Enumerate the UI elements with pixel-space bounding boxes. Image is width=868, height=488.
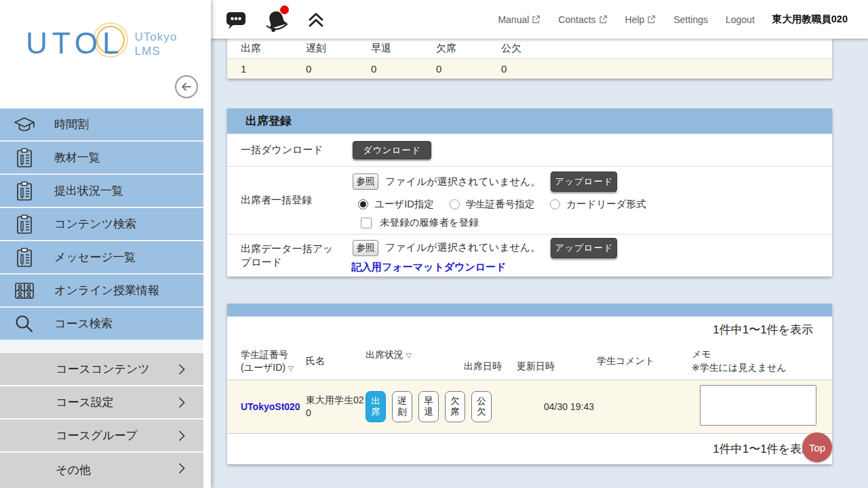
status-button-absent[interactable]: 欠席 [445,391,465,422]
column-header-memo: メモ ※学生には見えません [692,348,808,374]
sidebar: UTOL UTokyo LMS 時間割 [0,0,211,488]
sidebar-item-label: 提出状況一覧 [54,183,123,199]
graduation-cap-icon [11,115,38,135]
display-count-bottom: 1件中1〜1件を表示 [227,434,832,464]
messages-button[interactable] [226,10,246,29]
sidebar-collapse-button[interactable] [175,75,198,98]
column-header-student-id[interactable]: 学生証番号 (ユーザID) ▽ [241,348,306,374]
help-link[interactable]: Help [625,14,656,25]
upload-button[interactable]: アップロード [551,171,617,192]
current-user-name[interactable]: 東大用教職員020 [772,13,848,26]
sidebar-item-others[interactable]: その他 [0,453,203,488]
column-header-name: 氏名 [306,355,366,367]
upload-button[interactable]: アップロード [551,238,617,258]
sidebar-item-online-class-info[interactable]: オンライン授業情報 [0,274,203,308]
logout-link[interactable]: Logout [726,14,755,25]
settings-link[interactable]: Settings [673,14,708,25]
sidebar-item-label: 時間割 [54,117,89,132]
collapse-topbar-button[interactable] [307,11,325,28]
summary-header-row: 出席 遅刻 早退 欠席 公欠 [227,39,832,58]
attendee-bulk-register-row: 出席者一括登録 参照 ファイルが選択されていません。 アップロード ユーザID指… [227,166,832,234]
student-record-row: UTokyoSt020 東大用学生020 出席 遅刻 早退 欠席 公欠 04/3… [227,380,832,434]
sidebar-item-label: 教材一覧 [54,150,100,165]
sidebar-item-label: コンテンツ検索 [54,216,136,232]
summary-header: 早退 [371,39,436,58]
status-button-group: 出席 遅刻 早退 欠席 公欠 [366,391,494,422]
logo-subtitle: UTokyo LMS [135,30,178,59]
chat-bubble-icon [226,10,246,29]
radio-student-card-number[interactable] [450,199,460,209]
external-link-icon [647,15,656,24]
clipboard-icon [11,180,38,202]
download-button[interactable]: ダウンロード [353,141,431,159]
status-button-present[interactable]: 出席 [366,391,386,422]
external-link-icon [532,15,540,24]
sidebar-item-label: コース設定 [56,394,114,410]
sidebar-item-course-contents[interactable]: コースコンテンツ [0,353,203,386]
sidebar-item-label: コースグループ [56,428,138,443]
scroll-to-top-button[interactable]: Top [802,432,832,462]
contacts-link[interactable]: Contacts [558,14,607,25]
manual-link[interactable]: Manual [498,14,540,25]
status-button-late[interactable]: 遅刻 [392,391,412,422]
format-download-link[interactable]: 記入用フォーマットダウンロード [351,261,617,274]
online-class-grid-icon [11,281,38,301]
display-count-top: 1件中1〜1件を表示 [227,317,832,342]
summary-header: 遅刻 [306,39,371,58]
radio-user-id[interactable] [358,199,368,209]
main-content: 出席 遅刻 早退 欠席 公欠 1 0 0 0 0 出席登録 一括ダウンロード ダ… [211,39,868,488]
field-label: 出席者一括登録 [227,167,341,234]
summary-value: 1 [241,59,306,79]
records-header-bar [227,304,832,317]
student-id-link[interactable]: UTokyoSt020 [241,401,306,412]
notification-dot [280,5,289,14]
register-unenrolled-checkbox[interactable] [361,218,372,228]
browse-file-button[interactable]: 参照 [353,240,378,256]
radio-card-reader-format[interactable] [550,199,560,209]
clipboard-icon [11,214,38,235]
sidebar-item-label: その他 [56,462,91,478]
summary-header: 出席 [241,39,306,58]
bulk-download-row: 一括ダウンロード ダウンロード [227,134,832,166]
file-status-text: ファイルが選択されていません。 [385,176,540,188]
column-header-student-comment: 学生コメント [597,355,665,367]
summary-header: 公欠 [501,39,566,58]
sidebar-item-message-list[interactable]: メッセージ一覧 [0,241,203,274]
file-status-text: ファイルが選択されていません。 [385,241,540,254]
browse-file-button[interactable]: 参照 [353,174,378,190]
summary-value: 0 [306,59,371,79]
double-chevron-up-icon [307,11,325,28]
clipboard-icon [11,147,38,169]
logo-text: UTOL [26,28,124,58]
sidebar-item-materials[interactable]: 教材一覧 [0,142,203,175]
sidebar-item-content-search[interactable]: コンテンツ検索 [0,208,203,241]
sort-icon: ▽ [288,365,294,372]
sort-icon: ▽ [406,352,412,359]
sidebar-menu: 時間割 教材一覧 提出状況一覧 コンテンツ検索 [0,108,203,488]
sidebar-item-course-group[interactable]: コースグループ [0,420,203,453]
arrow-left-icon [180,80,193,94]
column-header-status[interactable]: 出席状況 ▽ [366,342,464,361]
sidebar-divider [0,341,203,353]
page: UTOL UTokyo LMS 時間割 [0,0,868,488]
sidebar-item-course-settings[interactable]: コース設定 [0,386,203,420]
sidebar-item-timetable[interactable]: 時間割 [0,108,203,142]
attendance-summary-table: 出席 遅刻 早退 欠席 公欠 1 0 0 0 0 [227,39,832,79]
records-header-row: 学生証番号 (ユーザID) ▽ 氏名 出席状況 ▽ 出席日時 更新日時 学生コメ… [227,342,832,380]
summary-value-row: 1 0 0 0 0 [227,58,832,79]
update-time-value: 04/30 19:43 [521,401,616,412]
sidebar-item-submission-status[interactable]: 提出状況一覧 [0,175,203,208]
status-button-early-leave[interactable]: 早退 [418,391,439,422]
attendance-register-section: 出席登録 一括ダウンロード ダウンロード 出席者一括登録 参照 ファイルが選択さ… [227,108,832,277]
field-label: 一括ダウンロード [227,134,341,166]
summary-header: 欠席 [436,39,501,58]
status-button-excused-absence[interactable]: 公欠 [471,391,492,422]
memo-textarea[interactable] [700,385,816,426]
search-icon [11,313,38,335]
student-name: 東大用学生020 [306,394,366,420]
sidebar-item-label: コースコンテンツ [56,361,150,377]
sidebar-item-label: コース検索 [54,316,113,331]
notifications-button[interactable] [264,7,290,32]
topbar: Manual Contacts Help Settings Logout 東大用… [211,0,868,39]
sidebar-item-course-search[interactable]: コース検索 [0,308,203,341]
